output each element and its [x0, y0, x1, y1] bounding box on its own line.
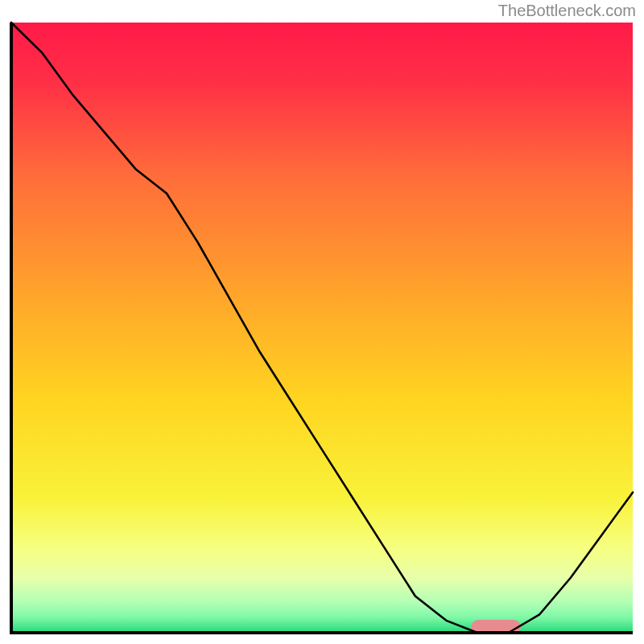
watermark-text: TheBottleneck.com: [498, 2, 636, 20]
chart-container: TheBottleneck.com: [0, 0, 644, 644]
chart-background: [11, 23, 633, 633]
bottleneck-chart: [0, 0, 644, 644]
